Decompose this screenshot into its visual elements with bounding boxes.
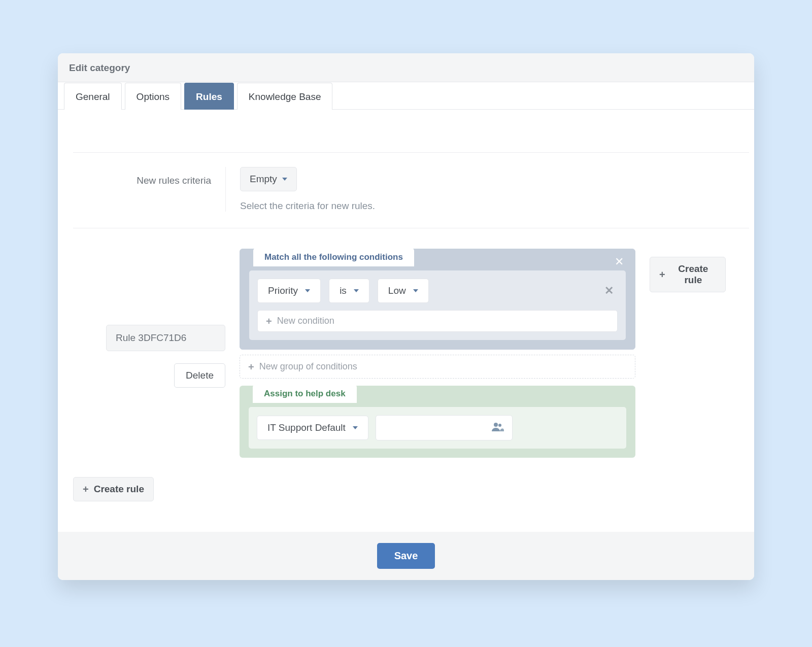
rules-panel: New rules criteria Empty Select the crit… <box>58 110 754 532</box>
action-group: Assign to help desk IT Support Default <box>240 386 635 458</box>
delete-rule-button[interactable]: Delete <box>174 363 225 388</box>
conditions-title: Match all the following conditions <box>253 248 414 266</box>
condition-field: Priority <box>268 285 298 296</box>
criteria-hint: Select the criteria for new rules. <box>240 200 749 212</box>
conditions-list: Priority is Low <box>249 270 626 340</box>
create-rule-label: Create rule <box>94 484 144 495</box>
new-condition-label: New condition <box>277 316 334 326</box>
tab-rules[interactable]: Rules <box>184 83 234 110</box>
svg-point-0 <box>494 423 498 427</box>
chevron-down-icon <box>413 289 418 292</box>
criteria-label: New rules criteria <box>73 167 225 186</box>
rule-editor: Delete Match all the following condition… <box>73 249 749 458</box>
action-target: IT Support Default <box>267 422 346 433</box>
plus-icon: + <box>266 316 272 326</box>
criteria-select[interactable]: Empty <box>240 167 297 191</box>
plus-icon: + <box>248 362 254 372</box>
action-target-select[interactable]: IT Support Default <box>257 416 368 440</box>
remove-condition-icon[interactable]: ✕ <box>604 284 618 297</box>
criteria-value: Empty <box>250 174 277 185</box>
rule-name-input[interactable] <box>106 325 225 351</box>
action-people-select[interactable] <box>376 415 513 440</box>
new-condition-group-button[interactable]: + New group of conditions <box>240 355 635 379</box>
tabs: General Options Rules Knowledge Base <box>58 82 754 110</box>
conditions-group: Match all the following conditions ✕ Pri… <box>240 249 635 350</box>
create-rule-button-bottom[interactable]: + Create rule <box>73 477 154 501</box>
modal-title: Edit category <box>58 53 754 82</box>
new-group-label: New group of conditions <box>259 361 357 372</box>
condition-value-select[interactable]: Low <box>378 279 429 303</box>
condition-operator: is <box>340 285 347 296</box>
condition-operator-select[interactable]: is <box>329 279 369 303</box>
chevron-down-icon <box>354 289 359 292</box>
tab-knowledge-base[interactable]: Knowledge Base <box>237 83 333 110</box>
svg-point-1 <box>498 424 501 427</box>
chevron-down-icon <box>305 289 310 292</box>
tab-general[interactable]: General <box>64 83 122 110</box>
condition-value: Low <box>388 285 406 296</box>
close-icon[interactable]: ✕ <box>615 256 624 267</box>
modal-footer: Save <box>58 532 754 580</box>
create-rule-label: Create rule <box>670 263 716 286</box>
save-button[interactable]: Save <box>377 543 435 569</box>
condition-row: Priority is Low <box>257 279 618 303</box>
chevron-down-icon <box>282 178 287 181</box>
condition-field-select[interactable]: Priority <box>257 279 321 303</box>
plus-icon: + <box>83 484 89 494</box>
new-rules-criteria-row: New rules criteria Empty Select the crit… <box>73 167 749 212</box>
people-icon <box>492 421 504 434</box>
create-rule-button-side[interactable]: + Create rule <box>650 257 726 292</box>
plus-icon: + <box>659 269 665 280</box>
chevron-down-icon <box>353 426 358 429</box>
tab-options[interactable]: Options <box>125 83 181 110</box>
new-condition-button[interactable]: + New condition <box>257 310 618 332</box>
action-title: Assign to help desk <box>253 385 357 403</box>
edit-category-modal: Edit category General Options Rules Know… <box>58 53 754 580</box>
